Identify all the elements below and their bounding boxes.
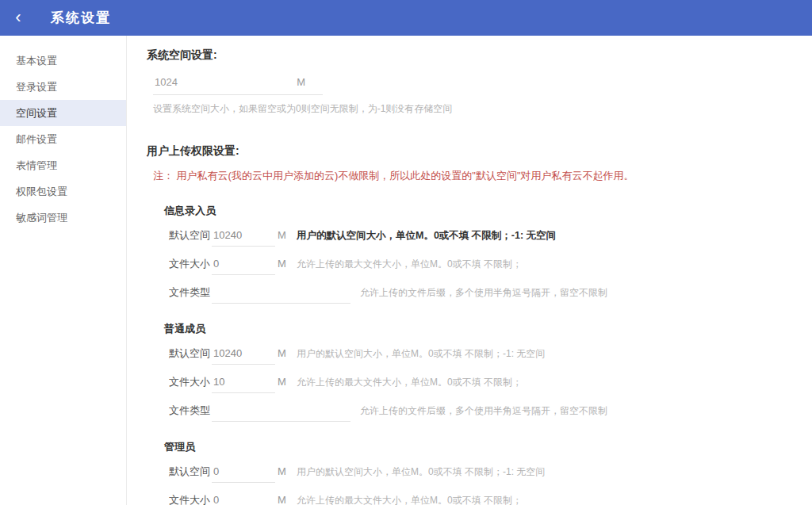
field-help: 允许上传的文件后缀，多个使用半角逗号隔开，留空不限制 — [360, 404, 607, 418]
sidebar-item-basic-settings[interactable]: 基本设置 — [0, 48, 126, 74]
role-groups: 信息录入员 默认空间 M 用户的默认空间大小，单位M。0或不填 不限制；-1: … — [164, 204, 788, 505]
sidebar-item-emoticon-management[interactable]: 表情管理 — [0, 152, 126, 178]
group-ordinary-member: 普通成员 默认空间 M 用户的默认空间大小，单位M。0或不填 不限制；-1: 无… — [164, 322, 788, 432]
unit-label: M — [278, 229, 287, 241]
file-size-input[interactable] — [212, 376, 275, 393]
field-help: 用户的默认空间大小，单位M。0或不填 不限制；-1: 无空间 — [297, 465, 545, 479]
file-size-row: 文件大小 M 允许上传的最大文件大小，单位M。0或不填 不限制； — [164, 493, 788, 505]
field-label: 文件类型 — [169, 285, 212, 300]
group-name: 普通成员 — [164, 322, 788, 346]
file-type-input[interactable] — [212, 404, 350, 422]
default-space-input[interactable] — [212, 347, 275, 365]
upload-permission-note: 注： 用户私有云(我的云中用户添加的云)不做限制，所以此处的设置的"默认空间"对… — [153, 169, 788, 183]
file-size-row: 文件大小 M 允许上传的最大文件大小，单位M。0或不填 不限制； — [164, 257, 788, 285]
sidebar-item-login-settings[interactable]: 登录设置 — [0, 74, 126, 100]
file-type-row: 文件类型 允许上传的文件后缀，多个使用半角逗号隔开，留空不限制 — [164, 285, 788, 314]
field-label: 文件大小 — [169, 493, 212, 505]
field-label: 默认空间 — [169, 346, 212, 361]
unit-label: M — [278, 494, 287, 505]
default-space-row: 默认空间 M 用户的默认空间大小，单位M。0或不填 不限制；-1: 无空间 — [164, 465, 788, 493]
unit-label: M — [278, 347, 287, 359]
field-help: 允许上传的文件后缀，多个使用半角逗号隔开，留空不限制 — [360, 286, 607, 300]
group-name: 信息录入员 — [164, 204, 788, 228]
default-space-input[interactable] — [212, 229, 275, 247]
app-header: ‹ 系统设置 — [0, 0, 812, 36]
field-help: 允许上传的最大文件大小，单位M。0或不填 不限制； — [297, 494, 522, 505]
main-layout: 基本设置 登录设置 空间设置 邮件设置 表情管理 权限包设置 敏感词管理 系统空… — [0, 36, 812, 505]
unit-label: M — [278, 376, 287, 388]
unit-label: M — [278, 258, 287, 270]
group-name: 管理员 — [164, 440, 788, 465]
system-space-help: 设置系统空间大小，如果留空或为0则空间无限制，为-1则没有存储空间 — [153, 102, 788, 116]
field-label: 默认空间 — [169, 228, 212, 243]
default-space-row: 默认空间 M 用户的默认空间大小，单位M。0或不填 不限制；-1: 无空间 — [164, 346, 788, 375]
system-space-unit: M — [297, 76, 305, 88]
field-label: 文件类型 — [169, 404, 212, 418]
system-space-heading: 系统空间设置: — [147, 48, 788, 63]
upload-permission-heading: 用户上传权限设置: — [147, 144, 788, 159]
file-size-row: 文件大小 M 允许上传的最大文件大小，单位M。0或不填 不限制； — [164, 375, 788, 404]
page-title: 系统设置 — [51, 9, 111, 27]
sidebar-item-permission-package[interactable]: 权限包设置 — [0, 178, 126, 205]
group-info-entry-clerk: 信息录入员 默认空间 M 用户的默认空间大小，单位M。0或不填 不限制；-1: … — [164, 204, 788, 314]
default-space-input[interactable] — [212, 465, 275, 483]
field-help: 允许上传的最大文件大小，单位M。0或不填 不限制； — [297, 258, 522, 271]
sidebar-item-mail-settings[interactable]: 邮件设置 — [0, 126, 126, 152]
file-size-input[interactable] — [212, 258, 275, 275]
field-label: 默认空间 — [169, 465, 212, 479]
unit-label: M — [278, 465, 287, 477]
file-type-row: 文件类型 允许上传的文件后缀，多个使用半角逗号隔开，留空不限制 — [164, 404, 788, 432]
group-administrator: 管理员 默认空间 M 用户的默认空间大小，单位M。0或不填 不限制；-1: 无空… — [164, 440, 788, 505]
field-label: 文件大小 — [169, 375, 212, 389]
sidebar-item-space-settings[interactable]: 空间设置 — [0, 100, 126, 126]
system-space-value[interactable]: 1024 — [155, 76, 178, 88]
file-type-input[interactable] — [212, 286, 350, 304]
field-help: 允许上传的最大文件大小，单位M。0或不填 不限制； — [297, 376, 522, 389]
field-help: 用户的默认空间大小，单位M。0或不填 不限制；-1: 无空间 — [297, 229, 556, 243]
sidebar-item-sensitive-words[interactable]: 敏感词管理 — [0, 205, 126, 231]
field-label: 文件大小 — [169, 257, 212, 271]
settings-sidebar: 基本设置 登录设置 空间设置 邮件设置 表情管理 权限包设置 敏感词管理 — [0, 36, 127, 505]
system-space-field[interactable]: 1024 M — [153, 75, 323, 95]
file-size-input[interactable] — [212, 494, 275, 505]
default-space-row: 默认空间 M 用户的默认空间大小，单位M。0或不填 不限制；-1: 无空间 — [164, 228, 788, 257]
field-help: 用户的默认空间大小，单位M。0或不填 不限制；-1: 无空间 — [297, 347, 545, 361]
back-chevron-icon[interactable]: ‹ — [0, 0, 36, 35]
settings-content: 系统空间设置: 1024 M 设置系统空间大小，如果留空或为0则空间无限制，为-… — [127, 36, 812, 505]
